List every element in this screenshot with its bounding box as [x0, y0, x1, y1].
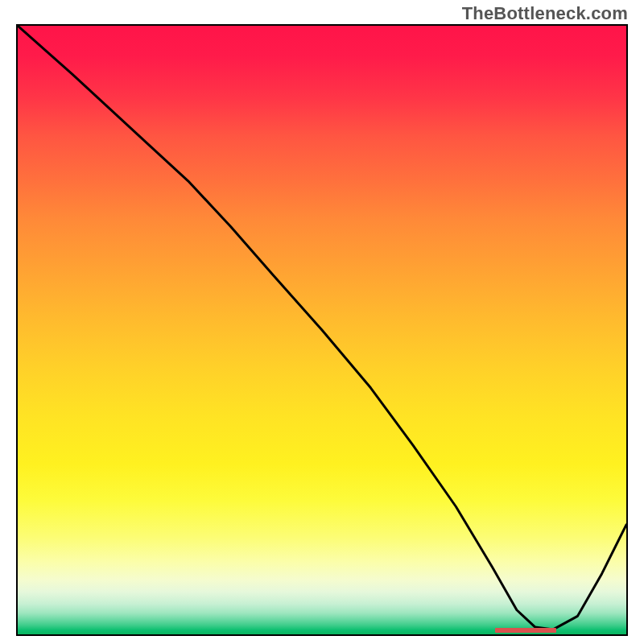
plot-area: [16, 24, 628, 636]
bottleneck-curve: [18, 26, 626, 630]
chart-container: TheBottleneck.com: [0, 0, 644, 644]
watermark-label: TheBottleneck.com: [462, 3, 628, 24]
optimal-marker: [495, 628, 556, 633]
curve-svg: [18, 26, 626, 634]
